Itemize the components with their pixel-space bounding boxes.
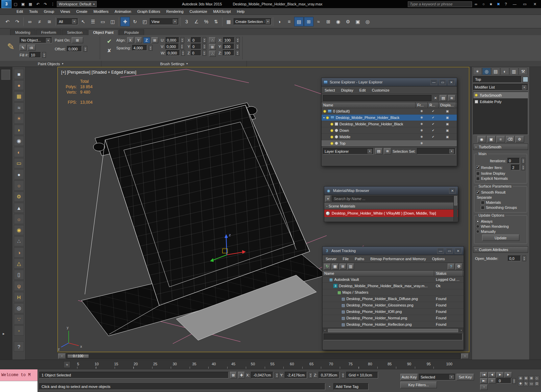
asset-row-vault[interactable]: ▦Autodesk Vault Logged Out ... (323, 276, 464, 283)
modifier-enabled-icon[interactable] (475, 94, 478, 97)
open-middle-field[interactable]: 0,0 (508, 255, 521, 261)
tab-modeling[interactable]: Modeling (10, 29, 36, 35)
auto-key-button[interactable]: Auto Key (400, 374, 418, 381)
z-rot-field[interactable]: 0 (191, 50, 201, 56)
y-scale-spinner[interactable] (236, 44, 239, 49)
edit-object-icon[interactable]: ✎ (20, 45, 26, 51)
grid-icon[interactable]: ▦ (14, 91, 24, 101)
zoom-icon[interactable]: ⊕ (518, 376, 523, 381)
droplet-icon[interactable]: ◦ (14, 325, 24, 336)
marble-icon[interactable]: ◐ (14, 147, 24, 157)
helix-icon[interactable]: ≈ (14, 102, 24, 113)
named-selection-sets-combo[interactable]: Create Selection Se ▾ (234, 18, 272, 25)
menu-views[interactable]: Views (57, 9, 73, 14)
selected-combo[interactable]: Selected ▾ (419, 374, 455, 381)
y-rot-spinner[interactable] (203, 44, 206, 49)
paint-objects-caption[interactable]: Paint Objects ▾ (0, 61, 101, 67)
make-unique-icon[interactable]: ≡ (496, 136, 505, 143)
add-time-tag-field[interactable]: Add Time Tag (333, 383, 369, 390)
menu-animation[interactable]: Animation (112, 9, 134, 14)
object-row-top[interactable]: Top ❋ (322, 140, 457, 147)
selection-lock-toggle[interactable]: ⊠ (230, 372, 237, 378)
menu-edit[interactable]: Edit (14, 9, 26, 14)
object-name-field[interactable]: Top (473, 76, 522, 83)
iterations-field[interactable]: 0 (508, 158, 520, 164)
select-object-icon[interactable]: ↖ (78, 17, 88, 26)
minimize-icon[interactable]: — (430, 79, 437, 85)
close-icon[interactable]: ✕ (448, 79, 455, 85)
scroll-right-icon[interactable]: › (459, 329, 464, 332)
render-iters-field[interactable]: 2 (511, 165, 520, 170)
set-key-button[interactable]: Set Key (456, 374, 474, 381)
wirecolor-swatch[interactable] (523, 77, 528, 82)
u-field[interactable]: 0,000 (166, 37, 179, 43)
hemisphere-icon[interactable]: ◗ (14, 125, 24, 135)
angle-snap-icon[interactable]: ∠ (192, 17, 201, 26)
explorer-search-input[interactable] (323, 95, 431, 101)
spray-icon[interactable]: ∵ (14, 314, 24, 324)
align-x-button[interactable]: X (127, 37, 134, 43)
ribbon-toggle-icon[interactable]: ⊞ (304, 17, 313, 26)
y-scale-field[interactable]: 100 (223, 44, 234, 49)
scene-explorer-titlebar[interactable]: Scene Explorer - Layer Explorer — ▭ ✕ (322, 78, 457, 87)
selection-filter-combo[interactable]: All ▾ (57, 18, 78, 25)
align-z-button[interactable]: Z (143, 37, 150, 43)
lattice-icon[interactable]: ⊞ (151, 37, 158, 43)
align-icon[interactable]: ≡ (284, 17, 294, 26)
z-coord-field[interactable]: 0,3735cm (319, 372, 339, 378)
stack-item-turbosmooth[interactable]: TurboSmooth (473, 92, 528, 98)
paint-on-mode-icon[interactable]: ⊞ (72, 37, 83, 43)
display-tab-icon[interactable]: ▥ (510, 68, 518, 75)
paint-brush-icon[interactable]: ✎ (5, 37, 17, 56)
minimize-button[interactable]: — (510, 1, 519, 7)
modifier-list-combo[interactable]: Modifier List ▾ (473, 84, 528, 91)
material-scrollbar[interactable] (453, 195, 457, 221)
asset-row-reflection[interactable]: ▨Desktop_Phone_Holder_Reflection.png Fou… (323, 321, 464, 328)
track-bar-ruler[interactable]: 5101520253035404550556065707580859095100 (77, 360, 452, 369)
unlink-selection-icon[interactable]: ≠ (35, 17, 44, 26)
frame-spinner[interactable] (512, 378, 516, 384)
search-icon[interactable]: ∞ (473, 1, 479, 7)
listener-pink-line[interactable]: Welcome to M (0, 369, 38, 381)
viewport-label[interactable]: [+] [Perspective] [Shaded + Edged Faces] (61, 70, 136, 75)
x-scale-spinner[interactable] (236, 37, 240, 43)
tab-populate[interactable]: Populate (119, 29, 144, 35)
random-icon[interactable]: ∴ (209, 51, 216, 57)
clear-search-icon[interactable]: ✕ (432, 96, 439, 100)
bind-to-space-warp-icon[interactable]: ≅ (45, 17, 54, 26)
object-row-down[interactable]: Down ❋ ✔ ▣ (322, 127, 457, 134)
layer-manager-icon[interactable]: ▤ (294, 17, 304, 26)
select-and-link-icon[interactable]: ∞ (25, 17, 34, 26)
pan-icon[interactable]: ✚ (518, 381, 523, 386)
no-object-combo[interactable]: No Object... ▾ (20, 37, 52, 43)
sphere-icon[interactable]: ● (14, 80, 24, 90)
rectangular-selection-region-icon[interactable]: ▭ (98, 17, 108, 26)
x-coord-field[interactable]: -0,0427cm (251, 372, 273, 378)
heightfield-icon[interactable]: H (14, 292, 24, 302)
browser-options-icon[interactable]: ▾ (325, 196, 331, 202)
render-setup-icon[interactable]: ⚙ (343, 17, 353, 26)
asset-tracking-window[interactable]: 3 Asset Tracking — ▭ ✕ Server File Paths… (322, 246, 464, 350)
table-view-icon[interactable]: ▦ (332, 264, 338, 270)
v-spinner[interactable] (180, 44, 184, 49)
w-field[interactable]: 0,000 (166, 50, 180, 56)
rendered-frame-window-icon[interactable]: ▣ (353, 17, 362, 26)
spacing-field[interactable]: 4,000 (132, 45, 147, 51)
turbosmooth-rollout-header[interactable]: −TurboSmooth (473, 144, 528, 150)
y-coord-spinner[interactable] (309, 372, 312, 378)
sign-in-icon[interactable]: ✖ (495, 1, 502, 7)
ok-button[interactable]: ok (27, 45, 36, 51)
go-to-end-button[interactable]: ▶| (480, 378, 488, 384)
fill-spinner[interactable] (42, 52, 46, 58)
align-y-button[interactable]: Y (135, 37, 142, 43)
asset-row-glossiness[interactable]: ▨Desktop_Phone_Holder_Glossiness.png Fou… (323, 302, 464, 309)
prev-frame-arrow[interactable]: ‹ (58, 353, 66, 359)
undo-icon[interactable]: ↶ (34, 1, 41, 7)
material-map-browser-window[interactable]: ◉ Material/Map Browser ✕ ▾ - Scene Mater… (324, 186, 458, 222)
stack-item-editable-poly[interactable]: Editable Poly (473, 98, 528, 105)
create-tab-icon[interactable]: ✶ (473, 68, 482, 75)
reference-coordinate-combo[interactable]: View ▾ (150, 18, 179, 25)
expand-arrow-icon[interactable]: ▸ (3, 332, 5, 336)
u-spinner[interactable] (181, 37, 184, 43)
pin-stack-icon[interactable]: ◉ (477, 136, 486, 143)
